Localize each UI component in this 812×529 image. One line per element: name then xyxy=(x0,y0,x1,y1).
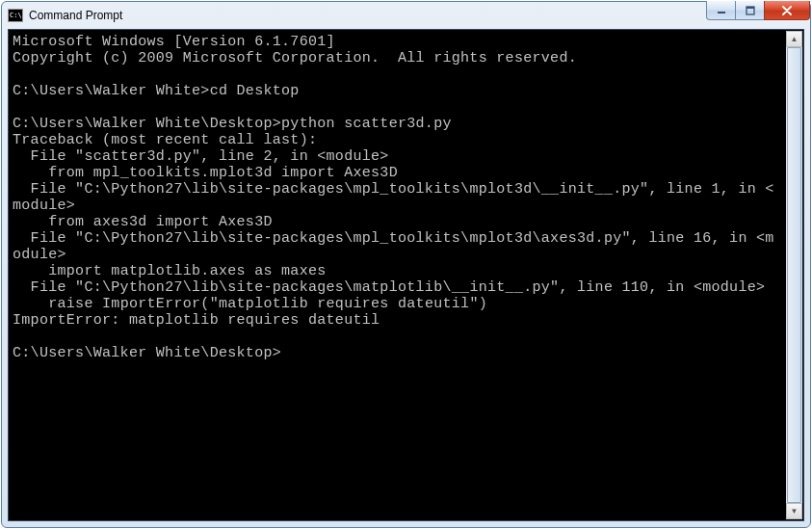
cursor xyxy=(281,347,290,361)
svg-rect-0 xyxy=(718,12,725,13)
terminal-output[interactable]: Microsoft Windows [Version 6.1.7601] Cop… xyxy=(13,34,782,516)
client-area: Microsoft Windows [Version 6.1.7601] Cop… xyxy=(8,29,804,521)
minimize-button[interactable] xyxy=(706,1,735,20)
vertical-scrollbar[interactable]: ▲ ▼ xyxy=(786,31,802,519)
cmd-icon: C:\ xyxy=(8,9,23,22)
scroll-up-button[interactable]: ▲ xyxy=(786,31,802,47)
window-title: Command Prompt xyxy=(29,9,122,22)
scroll-thumb[interactable] xyxy=(787,47,801,503)
svg-rect-2 xyxy=(747,7,754,9)
close-button[interactable] xyxy=(764,1,810,20)
scroll-down-button[interactable]: ▼ xyxy=(786,503,802,519)
titlebar[interactable]: C:\ Command Prompt xyxy=(2,2,810,29)
maximize-button[interactable] xyxy=(735,1,764,20)
window-frame: C:\ Command Prompt Microsoft Windows [Ve… xyxy=(1,1,811,528)
scroll-track[interactable] xyxy=(786,47,802,503)
window-controls xyxy=(706,1,810,20)
